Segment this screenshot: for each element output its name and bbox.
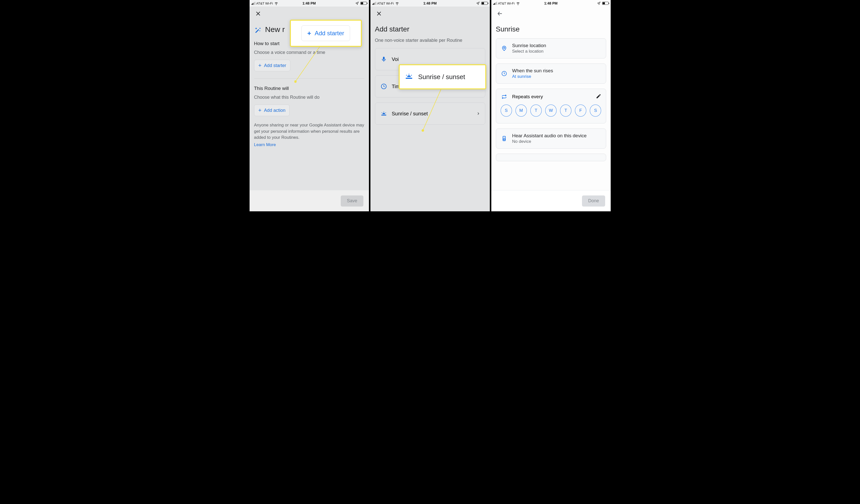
day-thu[interactable]: T xyxy=(560,104,571,117)
add-action-button[interactable]: + Add action xyxy=(254,104,290,116)
day-sun[interactable]: S xyxy=(501,104,512,117)
callout-sun-label: Sunrise / sunset xyxy=(418,73,465,81)
when-title: When the sun rises xyxy=(512,68,553,74)
callout-add-starter-label: Add starter xyxy=(315,30,344,37)
this-routine-will-label: This Routine will xyxy=(254,86,364,91)
disclosure-text: Anyone sharing or near your Google Assis… xyxy=(254,122,364,148)
content: Sunrise Sunrise location Select a locati… xyxy=(491,25,611,184)
location-icon xyxy=(597,1,601,5)
signal-icon xyxy=(493,2,497,5)
page-title-text: New r xyxy=(265,25,285,34)
card-sunrise-location[interactable]: Sunrise location Select a location xyxy=(496,38,606,58)
day-wed[interactable]: W xyxy=(545,104,557,117)
day-mon[interactable]: M xyxy=(516,104,527,117)
signal-icon xyxy=(372,2,376,5)
battery-icon xyxy=(481,2,488,5)
signal-icon xyxy=(252,2,255,5)
svg-point-9 xyxy=(408,74,409,74)
location-title: Sunrise location xyxy=(512,43,546,48)
close-button[interactable] xyxy=(374,9,384,19)
svg-rect-7 xyxy=(406,78,412,79)
close-button[interactable] xyxy=(253,9,263,19)
pin-icon xyxy=(501,45,508,52)
status-bar: AT&T Wi-Fi 1:48 PM xyxy=(249,0,369,6)
svg-point-6 xyxy=(385,112,386,113)
footer: Save xyxy=(249,190,369,211)
repeats-title: Repeats every xyxy=(512,94,543,100)
plus-icon: + xyxy=(258,107,262,113)
clock-label: 1:48 PM xyxy=(544,1,558,5)
wifi-icon xyxy=(395,1,399,5)
svg-point-8 xyxy=(406,75,407,75)
add-starter-button[interactable]: + Add starter xyxy=(254,60,291,71)
card-hear-assistant[interactable]: Hear Assistant audio on this device No d… xyxy=(496,128,606,148)
repeat-icon xyxy=(501,94,508,100)
save-button[interactable]: Save xyxy=(341,196,363,206)
svg-point-13 xyxy=(503,47,505,48)
wifi-icon xyxy=(274,1,278,5)
svg-point-16 xyxy=(504,137,504,138)
clock-icon xyxy=(380,83,387,90)
screen-add-starter: AT&T Wi-Fi 1:48 PM Add starter One non-v… xyxy=(369,0,490,211)
wand-icon xyxy=(254,26,262,33)
svg-point-10 xyxy=(411,75,412,75)
option-voice-label: Voi xyxy=(392,56,399,62)
back-button[interactable] xyxy=(495,9,505,19)
card-repeats: Repeats every S M T W T F S xyxy=(496,89,606,124)
location-icon xyxy=(476,1,480,5)
svg-point-17 xyxy=(503,139,505,140)
hear-title: Hear Assistant audio on this device xyxy=(512,133,587,139)
sunrise-icon xyxy=(405,72,413,82)
svg-point-4 xyxy=(382,112,382,113)
carrier-label: AT&T Wi-Fi xyxy=(377,1,394,5)
battery-icon xyxy=(602,2,609,5)
clock-icon xyxy=(501,71,508,76)
status-bar: AT&T Wi-Fi 1:48 PM xyxy=(370,0,490,6)
svg-point-5 xyxy=(383,112,384,112)
svg-rect-3 xyxy=(381,115,386,115)
when-sub: At sunrise xyxy=(512,74,553,79)
page-title: Sunrise xyxy=(496,25,606,33)
choose-voice-hint: Choose a voice command or a time xyxy=(254,50,364,55)
hear-sub: No device xyxy=(512,139,587,144)
subtitle: One non-voice starter available per Rout… xyxy=(375,38,485,43)
edit-button[interactable] xyxy=(596,93,601,100)
card-when-sun-rises[interactable]: When the sun rises At sunrise xyxy=(496,63,606,84)
day-sat[interactable]: S xyxy=(590,104,601,117)
screen-new-routine: AT&T Wi-Fi 1:48 PM New r How to star xyxy=(249,0,369,211)
days-row: S M T W T F S xyxy=(496,102,606,122)
plus-icon: + xyxy=(307,29,311,37)
callout-sunrise-sunset: Sunrise / sunset xyxy=(399,64,486,89)
page-title: Add starter xyxy=(375,25,485,33)
callout-add-starter: + Add starter xyxy=(290,20,362,47)
sunrise-icon xyxy=(380,110,387,117)
status-bar: AT&T Wi-Fi 1:48 PM xyxy=(491,0,611,6)
carrier-label: AT&T Wi-Fi xyxy=(498,1,515,5)
choose-what-hint: Choose what this Routine will do xyxy=(254,95,364,100)
battery-icon xyxy=(360,2,367,5)
footer: Done xyxy=(491,190,611,211)
nav-bar xyxy=(249,6,369,21)
card-partial xyxy=(496,154,606,161)
chevron-right-icon xyxy=(476,111,480,117)
nav-bar xyxy=(491,6,611,21)
mic-icon xyxy=(380,56,387,62)
option-sunrise-sunset[interactable]: Sunrise / sunset xyxy=(375,102,485,125)
screen-sunrise: AT&T Wi-Fi 1:48 PM Sunrise xyxy=(490,0,611,211)
add-starter-label: Add starter xyxy=(264,63,286,68)
day-tue[interactable]: T xyxy=(530,104,542,117)
location-icon xyxy=(355,1,359,5)
wifi-icon xyxy=(516,1,520,5)
learn-more-link[interactable]: Learn More xyxy=(254,142,364,148)
nav-bar xyxy=(370,6,490,21)
content: New r How to start Choose a voice comman… xyxy=(249,25,369,171)
clock-label: 1:48 PM xyxy=(423,1,437,5)
location-sub: Select a location xyxy=(512,49,546,54)
speaker-icon xyxy=(501,135,508,142)
day-fri[interactable]: F xyxy=(575,104,586,117)
done-button[interactable]: Done xyxy=(582,196,605,206)
add-action-label: Add action xyxy=(264,108,285,113)
option-sun-label: Sunrise / sunset xyxy=(392,111,428,117)
clock-label: 1:48 PM xyxy=(302,1,316,5)
plus-icon: + xyxy=(258,63,262,68)
